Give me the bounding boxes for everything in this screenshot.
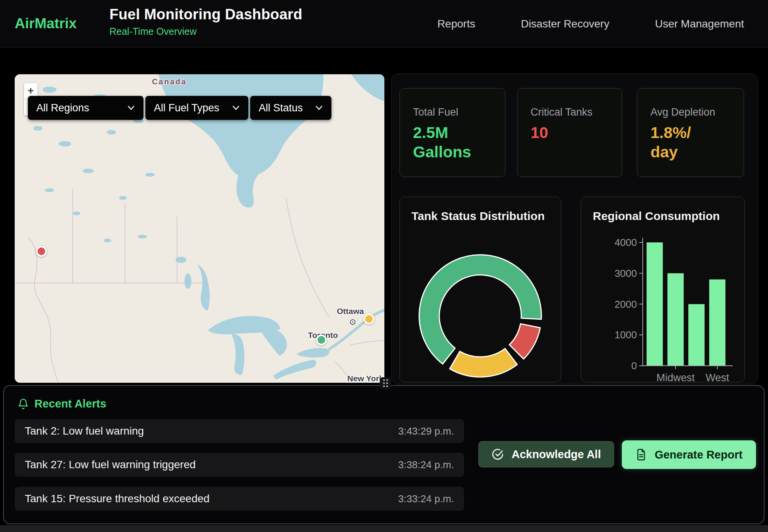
y-tick-label: 3000 xyxy=(614,268,637,279)
stat-card-total-fuel: Total Fuel 2.5MGallons xyxy=(399,88,505,177)
chevron-down-icon xyxy=(232,105,240,111)
alert-message: Tank 15: Pressure threshold exceeded xyxy=(25,493,210,505)
title-block: Fuel Monitoring Dashboard Real-Time Over… xyxy=(109,6,302,37)
bar-2 xyxy=(688,304,705,366)
map-label-ottawa: Ottawa xyxy=(337,307,364,315)
chevron-down-icon xyxy=(315,105,323,111)
nav-item-disaster-recovery[interactable]: Disaster Recovery xyxy=(521,18,609,30)
stat-card-critical-tanks: Critical Tanks 10 xyxy=(517,88,622,177)
donut-segment-critical xyxy=(509,324,540,359)
tank-status-donut-chart xyxy=(400,197,561,382)
fuel-dashboard: AirMatrix Fuel Monitoring Dashboard Real… xyxy=(0,0,768,532)
bar-1 xyxy=(667,273,684,366)
status-filter-value: All Status xyxy=(259,102,303,114)
tank-marker-critical[interactable] xyxy=(36,246,47,257)
check-circle-icon xyxy=(492,448,504,460)
stat-value: 1.8%/day xyxy=(650,123,730,162)
file-text-icon xyxy=(635,448,647,461)
stat-value: 10 xyxy=(531,123,609,142)
alert-timestamp: 3:43:29 p.m. xyxy=(398,425,454,437)
generate-report-button[interactable]: Generate Report xyxy=(622,440,756,469)
stat-label: Total Fuel xyxy=(413,106,492,118)
status-filter-dropdown[interactable]: All Status xyxy=(250,96,331,120)
nav-item-reports[interactable]: Reports xyxy=(437,18,475,30)
bell-icon xyxy=(17,398,29,410)
y-tick-label: 1000 xyxy=(614,329,637,341)
region-filter-value: All Regions xyxy=(36,102,89,114)
acknowledge-all-button[interactable]: Acknowledge All xyxy=(478,441,614,467)
x-tick-label: West xyxy=(705,372,729,382)
fuel-type-filter-value: All Fuel Types xyxy=(154,102,219,114)
footer-strip xyxy=(0,525,768,532)
stat-label: Avg Depletion xyxy=(650,106,730,118)
regional-consumption-chart-card: Regional Consumption 01000200030004000Mi… xyxy=(581,197,745,382)
generate-report-label: Generate Report xyxy=(655,448,742,461)
alert-message: Tank 2: Low fuel warning xyxy=(25,425,144,437)
bar-3 xyxy=(709,280,725,366)
alerts-heading-text: Recent Alerts xyxy=(34,397,106,410)
bar-0 xyxy=(647,242,663,366)
alert-row[interactable]: Tank 15: Pressure threshold exceeded 3:3… xyxy=(15,487,464,511)
chart-title: Tank Status Distribution xyxy=(411,210,544,223)
nav-item-user-management[interactable]: User Management xyxy=(655,18,744,30)
alert-row[interactable]: Tank 27: Low fuel warning triggered 3:38… xyxy=(15,453,464,477)
map-canvas[interactable]: Canada Ottawa Toronto New York + − All R… xyxy=(15,74,384,383)
y-tick-label: 0 xyxy=(631,360,637,372)
stat-label: Critical Tanks xyxy=(531,106,609,118)
alert-timestamp: 3:38:24 p.m. xyxy=(398,459,454,471)
y-tick-label: 4000 xyxy=(614,237,637,248)
regional-consumption-bar-chart: 01000200030004000MidwestWest xyxy=(581,197,745,382)
map-label-new-york: New York xyxy=(347,374,384,383)
resize-grip-icon[interactable] xyxy=(380,377,391,389)
chart-title: Regional Consumption xyxy=(593,210,720,223)
city-dot-icon xyxy=(350,320,355,324)
alert-row[interactable]: Tank 2: Low fuel warning 3:43:29 p.m. xyxy=(15,419,464,443)
alert-message: Tank 27: Low fuel warning triggered xyxy=(25,459,196,471)
main-nav: Reports Disaster Recovery User Managemen… xyxy=(437,0,744,48)
tank-marker-warning[interactable] xyxy=(364,314,374,324)
region-filter-dropdown[interactable]: All Regions xyxy=(28,96,143,120)
donut-segment-warning xyxy=(450,348,517,377)
tank-status-chart-card: Tank Status Distribution xyxy=(399,197,561,382)
x-tick-label: Midwest xyxy=(656,372,695,382)
fuel-type-filter-dropdown[interactable]: All Fuel Types xyxy=(145,96,248,120)
y-tick-label: 2000 xyxy=(614,298,637,310)
alert-timestamp: 3:33:24 p.m. xyxy=(398,493,454,505)
header: AirMatrix Fuel Monitoring Dashboard Real… xyxy=(0,0,768,48)
map-label-canada: Canada xyxy=(152,77,187,86)
tank-marker-normal[interactable] xyxy=(316,334,327,345)
brand-logo: AirMatrix xyxy=(15,15,77,32)
page-title: Fuel Monitoring Dashboard xyxy=(109,6,302,23)
map-filters: All Regions All Fuel Types All Status xyxy=(28,96,331,120)
stat-card-avg-depletion: Avg Depletion 1.8%/day xyxy=(637,88,744,177)
chevron-down-icon xyxy=(127,105,135,111)
map-geography: Canada Ottawa Toronto New York xyxy=(15,74,384,383)
page-subtitle: Real-Time Overview xyxy=(109,26,302,37)
overview-panel: Total Fuel 2.5MGallons Critical Tanks 10… xyxy=(391,73,758,384)
stat-value: 2.5MGallons xyxy=(413,123,492,162)
acknowledge-all-label: Acknowledge All xyxy=(512,448,601,461)
alerts-heading: Recent Alerts xyxy=(17,397,106,410)
